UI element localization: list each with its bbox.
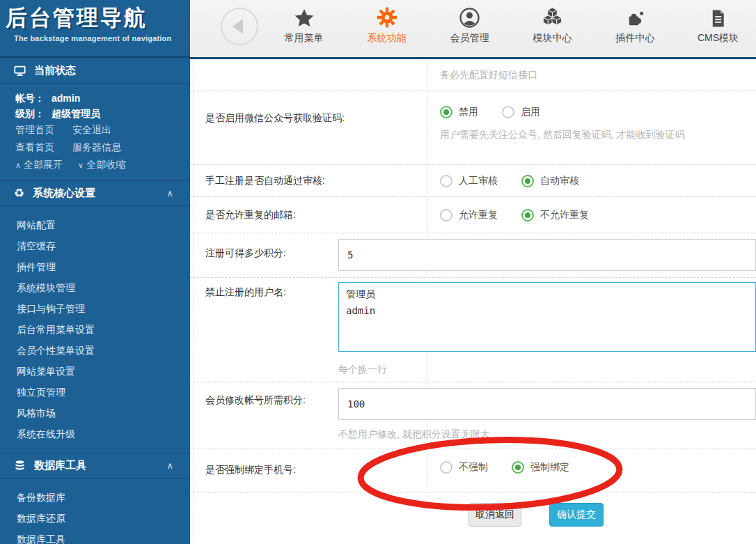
field-label: 注册可得多少积分: — [190, 233, 325, 277]
radio-circle-icon[interactable] — [521, 175, 534, 187]
radio-option-label: 不强制 — [459, 461, 488, 474]
sidebar-menu-item[interactable]: 系统在线升级 — [0, 423, 190, 444]
radio-circle-icon[interactable] — [512, 461, 524, 474]
link-safe-logout[interactable]: 安全退出 — [72, 124, 111, 135]
sidebar-menu-item[interactable]: 数据库还原 — [0, 508, 190, 529]
nav-item-module-center[interactable]: 模块中心 — [511, 5, 594, 45]
field-label: 会员修改帐号所需积分: — [190, 382, 325, 449]
brand-subtitle: The backstage management of navigation — [6, 34, 190, 42]
cancel-button[interactable]: 取消返回 — [468, 503, 521, 527]
radio-option[interactable]: 强制绑定 — [512, 461, 569, 474]
radio-circle-icon[interactable] — [502, 106, 514, 118]
register-points-input[interactable] — [338, 239, 756, 271]
nav-item-label: 插件中心 — [616, 32, 655, 45]
expand-all-toggle[interactable]: ∧全部展开 — [15, 159, 63, 170]
radio-option[interactable]: 不允许重复 — [521, 209, 589, 222]
sidebar-menu-item[interactable]: 数据库工具 — [0, 529, 190, 544]
sidebar-menu-item[interactable]: 网站菜单设置 — [0, 361, 190, 382]
form-row-duplicate-email: 是否允许重复的邮箱: 允许重复不允许重复 — [190, 197, 756, 233]
radio-option[interactable]: 允许重复 — [440, 209, 498, 222]
top-nav-items: 常用菜单 — [262, 5, 756, 45]
sidebar-menu-item[interactable]: 备份数据库 — [0, 487, 190, 508]
nav-item-plugin-center[interactable]: 插件中心 — [594, 5, 677, 45]
link-admin-home[interactable]: 管理首页 — [15, 124, 54, 135]
radio-group-force-phone-binding: 不强制强制绑定 — [440, 461, 756, 474]
form-row-modify-account-points: 会员修改帐号所需积分: 不想用户修改, 就把积分设置无限大 — [190, 382, 756, 449]
account-label: 帐号： — [15, 93, 45, 104]
form-row-register-points: 注册可得多少积分: — [190, 233, 756, 278]
expand-collapse-row: ∧全部展开∨全部收缩 — [15, 156, 190, 173]
monitor-icon — [14, 65, 26, 77]
collapse-all-toggle[interactable]: ∨全部收缩 — [78, 159, 125, 170]
brand-title: 后台管理导航 — [6, 4, 190, 32]
sidebar-section-database-tools[interactable]: 数据库工具 ∧ — [0, 453, 190, 479]
top-navigation-bar: 常用菜单 — [190, 0, 756, 59]
radio-option[interactable]: 人工审核 — [440, 175, 498, 187]
account-row: 帐号：admin — [15, 91, 190, 106]
back-button[interactable] — [221, 8, 258, 45]
level-label: 级别： — [15, 108, 45, 119]
account-value: admin — [52, 93, 80, 104]
field-label: 是否启用微信公众号获取验证码: — [190, 91, 427, 164]
user-icon — [459, 5, 480, 29]
form-row-force-phone-binding: 是否强制绑定手机号: 不强制强制绑定 — [190, 449, 756, 492]
nav-item-cms-module[interactable]: CMS模块 — [677, 5, 756, 45]
radio-circle-icon[interactable] — [440, 106, 452, 118]
sidebar-menu-item[interactable]: 网站配置 — [0, 215, 190, 235]
modify-account-points-input[interactable] — [338, 388, 756, 420]
sidebar-menu-item[interactable]: 会员个性菜单设置 — [0, 340, 190, 361]
nav-item-common-menu[interactable]: 常用菜单 — [262, 5, 345, 45]
radio-option[interactable]: 启用 — [502, 106, 540, 118]
gear-icon — [376, 5, 398, 29]
radio-group-wechat-captcha: 禁用启用 — [440, 106, 756, 118]
nav-item-label: 模块中心 — [533, 32, 572, 45]
sidebar-menu-item[interactable]: 风格市场 — [0, 403, 190, 423]
sidebar-menu-item[interactable]: 清空缓存 — [0, 235, 190, 256]
radio-option-label: 启用 — [521, 106, 540, 118]
radio-option[interactable]: 禁用 — [440, 106, 478, 118]
sidebar-menu-item[interactable]: 接口与钩子管理 — [0, 298, 190, 319]
field-hint: 不想用户修改, 就把积分设置无限大 — [338, 428, 756, 441]
sidebar-menu-item[interactable]: 后台常用菜单设置 — [0, 319, 190, 340]
chevron-down-icon: ∨ — [78, 161, 84, 169]
radio-option[interactable]: 自动审核 — [521, 175, 579, 187]
submit-button[interactable]: 确认提交 — [549, 503, 604, 527]
sidebar-menu-item[interactable]: 插件管理 — [0, 256, 190, 277]
radio-circle-icon[interactable] — [440, 461, 452, 474]
forbidden-usernames-textarea[interactable]: 管理员 admin — [338, 282, 756, 352]
radio-circle-icon[interactable] — [440, 175, 452, 187]
radio-option[interactable]: 不强制 — [440, 461, 488, 474]
sidebar: 后台管理导航 The backstage management of navig… — [0, 0, 190, 544]
nav-item-label: 会员管理 — [450, 32, 489, 45]
nav-item-system-functions[interactable]: 系统功能 — [345, 5, 428, 45]
nav-item-label: 常用菜单 — [285, 32, 324, 45]
field-hint: 务必先配置好短信接口 — [440, 69, 537, 80]
form-row-register-audit: 手工注册是否自动通过审核: 人工审核自动审核 — [190, 165, 756, 197]
field-label: 是否允许重复的邮箱: — [190, 209, 427, 222]
chevron-up-icon: ∧ — [166, 460, 173, 471]
link-server-info[interactable]: 服务器信息 — [72, 141, 121, 153]
level-row: 级别：超级管理员 — [15, 106, 190, 121]
account-links-row-2: 查看首页服务器信息 — [15, 139, 190, 156]
radio-group-register-audit: 人工审核自动审核 — [440, 175, 756, 187]
sidebar-menu-item[interactable]: 系统模块管理 — [0, 277, 190, 298]
back-arrow-icon — [233, 19, 243, 34]
radio-option-label: 允许重复 — [459, 209, 498, 222]
nav-item-member-management[interactable]: 会员管理 — [428, 5, 511, 45]
sidebar-section-system-core[interactable]: ♻ 系统核心设置 ∧ — [0, 180, 190, 206]
link-view-site[interactable]: 查看首页 — [15, 141, 54, 153]
cms-file-icon — [708, 5, 728, 29]
sidebar-section-title: 当前状态 — [34, 64, 76, 77]
radio-option-label: 禁用 — [459, 106, 478, 118]
sidebar-menu-item[interactable]: 独立页管理 — [0, 382, 190, 403]
form-row-forbidden-usernames: 禁止注册的用户名: 管理员 admin 每个换一行 — [190, 278, 756, 382]
sidebar-section-title: 系统核心设置 — [33, 187, 95, 200]
star-icon — [294, 5, 315, 29]
nav-item-label: 系统功能 — [368, 32, 407, 45]
database-icon — [14, 460, 26, 472]
radio-circle-icon[interactable] — [440, 209, 452, 222]
account-links-row-1: 管理首页安全退出 — [15, 121, 190, 139]
form-row-wechat-captcha: 是否启用微信公众号获取验证码: 禁用启用 用户需要先关注公众号, 然后回复验证码… — [190, 91, 756, 165]
puzzle-icon — [625, 5, 645, 29]
radio-circle-icon[interactable] — [521, 209, 534, 222]
